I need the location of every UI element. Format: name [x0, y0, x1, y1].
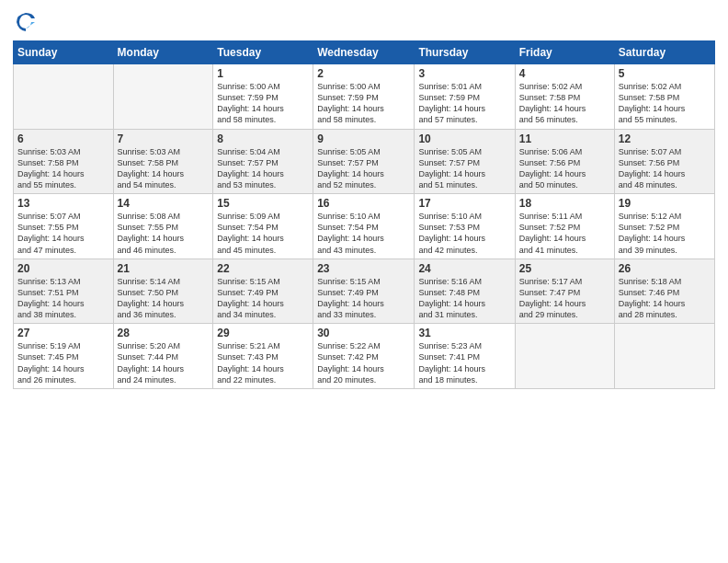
day-info: Sunrise: 5:18 AM Sunset: 7:46 PM Dayligh…: [619, 276, 711, 321]
day-info: Sunrise: 5:00 AM Sunset: 7:59 PM Dayligh…: [317, 81, 410, 126]
day-number: 1: [217, 67, 309, 80]
day-number: 26: [619, 262, 711, 275]
weekday-header-thursday: Thursday: [415, 41, 515, 64]
weekday-header-tuesday: Tuesday: [213, 41, 313, 64]
day-info: Sunrise: 5:03 AM Sunset: 7:58 PM Dayligh…: [17, 146, 109, 191]
day-info: Sunrise: 5:07 AM Sunset: 7:56 PM Dayligh…: [619, 146, 711, 191]
calendar-cell: 5Sunrise: 5:02 AM Sunset: 7:58 PM Daylig…: [614, 64, 714, 130]
calendar-cell: 9Sunrise: 5:05 AM Sunset: 7:57 PM Daylig…: [313, 129, 415, 194]
day-number: 18: [519, 197, 610, 210]
weekday-header-wednesday: Wednesday: [313, 41, 415, 64]
day-number: 13: [17, 197, 109, 210]
weekday-header-sunday: Sunday: [14, 41, 114, 64]
day-info: Sunrise: 5:09 AM Sunset: 7:54 PM Dayligh…: [217, 211, 309, 256]
calendar-cell: 31Sunrise: 5:23 AM Sunset: 7:41 PM Dayli…: [415, 324, 515, 389]
day-number: 28: [118, 327, 210, 339]
calendar-table: SundayMondayTuesdayWednesdayThursdayFrid…: [13, 40, 715, 389]
day-number: 5: [619, 67, 711, 80]
calendar-week-1: 1Sunrise: 5:00 AM Sunset: 7:59 PM Daylig…: [14, 64, 715, 130]
day-number: 15: [217, 197, 309, 210]
day-info: Sunrise: 5:19 AM Sunset: 7:45 PM Dayligh…: [17, 340, 109, 385]
logo-icon: [13, 9, 39, 35]
day-info: Sunrise: 5:10 AM Sunset: 7:53 PM Dayligh…: [418, 211, 510, 256]
day-info: Sunrise: 5:17 AM Sunset: 7:47 PM Dayligh…: [519, 276, 610, 321]
day-info: Sunrise: 5:12 AM Sunset: 7:52 PM Dayligh…: [619, 211, 711, 256]
calendar-week-3: 13Sunrise: 5:07 AM Sunset: 7:55 PM Dayli…: [14, 194, 715, 259]
calendar-cell: 17Sunrise: 5:10 AM Sunset: 7:53 PM Dayli…: [415, 194, 515, 259]
weekday-header-friday: Friday: [515, 41, 614, 64]
calendar-cell: 24Sunrise: 5:16 AM Sunset: 7:48 PM Dayli…: [415, 259, 515, 324]
calendar-week-2: 6Sunrise: 5:03 AM Sunset: 7:58 PM Daylig…: [14, 129, 715, 194]
day-number: 29: [217, 327, 309, 339]
calendar-cell: 8Sunrise: 5:04 AM Sunset: 7:57 PM Daylig…: [213, 129, 313, 194]
day-info: Sunrise: 5:15 AM Sunset: 7:49 PM Dayligh…: [217, 276, 309, 321]
day-info: Sunrise: 5:14 AM Sunset: 7:50 PM Dayligh…: [118, 276, 210, 321]
day-info: Sunrise: 5:06 AM Sunset: 7:56 PM Dayligh…: [519, 146, 610, 191]
day-info: Sunrise: 5:21 AM Sunset: 7:43 PM Dayligh…: [217, 340, 309, 385]
calendar-cell: 10Sunrise: 5:05 AM Sunset: 7:57 PM Dayli…: [415, 129, 515, 194]
day-number: 16: [317, 197, 410, 210]
day-info: Sunrise: 5:05 AM Sunset: 7:57 PM Dayligh…: [418, 146, 510, 191]
calendar-cell: 14Sunrise: 5:08 AM Sunset: 7:55 PM Dayli…: [113, 194, 213, 259]
calendar-cell: 1Sunrise: 5:00 AM Sunset: 7:59 PM Daylig…: [213, 64, 313, 130]
calendar-cell: 2Sunrise: 5:00 AM Sunset: 7:59 PM Daylig…: [313, 64, 415, 130]
calendar-cell: 21Sunrise: 5:14 AM Sunset: 7:50 PM Dayli…: [113, 259, 213, 324]
day-number: 8: [217, 132, 309, 145]
calendar-cell: 18Sunrise: 5:11 AM Sunset: 7:52 PM Dayli…: [515, 194, 614, 259]
calendar-cell: 11Sunrise: 5:06 AM Sunset: 7:56 PM Dayli…: [515, 129, 614, 194]
calendar-cell: 23Sunrise: 5:15 AM Sunset: 7:49 PM Dayli…: [313, 259, 415, 324]
day-number: 27: [17, 327, 109, 339]
calendar-cell: 20Sunrise: 5:13 AM Sunset: 7:51 PM Dayli…: [14, 259, 114, 324]
calendar-cell: 25Sunrise: 5:17 AM Sunset: 7:47 PM Dayli…: [515, 259, 614, 324]
day-number: 2: [317, 67, 410, 80]
calendar-cell: 7Sunrise: 5:03 AM Sunset: 7:58 PM Daylig…: [113, 129, 213, 194]
day-info: Sunrise: 5:16 AM Sunset: 7:48 PM Dayligh…: [418, 276, 510, 321]
day-number: 3: [418, 67, 510, 80]
calendar-week-4: 20Sunrise: 5:13 AM Sunset: 7:51 PM Dayli…: [14, 259, 715, 324]
day-info: Sunrise: 5:15 AM Sunset: 7:49 PM Dayligh…: [317, 276, 410, 321]
day-number: 22: [217, 262, 309, 275]
calendar-cell: 6Sunrise: 5:03 AM Sunset: 7:58 PM Daylig…: [14, 129, 114, 194]
day-info: Sunrise: 5:13 AM Sunset: 7:51 PM Dayligh…: [17, 276, 109, 321]
calendar-cell: [515, 324, 614, 389]
calendar-cell: 30Sunrise: 5:22 AM Sunset: 7:42 PM Dayli…: [313, 324, 415, 389]
day-number: 4: [519, 67, 610, 80]
calendar-week-5: 27Sunrise: 5:19 AM Sunset: 7:45 PM Dayli…: [14, 324, 715, 389]
day-info: Sunrise: 5:07 AM Sunset: 7:55 PM Dayligh…: [17, 211, 109, 256]
day-info: Sunrise: 5:11 AM Sunset: 7:52 PM Dayligh…: [519, 211, 610, 256]
calendar-cell: 16Sunrise: 5:10 AM Sunset: 7:54 PM Dayli…: [313, 194, 415, 259]
weekday-header-monday: Monday: [113, 41, 213, 64]
calendar-cell: 4Sunrise: 5:02 AM Sunset: 7:58 PM Daylig…: [515, 64, 614, 130]
calendar-cell: 12Sunrise: 5:07 AM Sunset: 7:56 PM Dayli…: [614, 129, 714, 194]
day-info: Sunrise: 5:08 AM Sunset: 7:55 PM Dayligh…: [118, 211, 210, 256]
day-info: Sunrise: 5:01 AM Sunset: 7:59 PM Dayligh…: [418, 81, 510, 126]
calendar-cell: 19Sunrise: 5:12 AM Sunset: 7:52 PM Dayli…: [614, 194, 714, 259]
day-info: Sunrise: 5:23 AM Sunset: 7:41 PM Dayligh…: [418, 340, 510, 385]
day-number: 20: [17, 262, 109, 275]
calendar-cell: 29Sunrise: 5:21 AM Sunset: 7:43 PM Dayli…: [213, 324, 313, 389]
day-number: 21: [118, 262, 210, 275]
calendar-header-row: SundayMondayTuesdayWednesdayThursdayFrid…: [14, 41, 715, 64]
day-number: 12: [619, 132, 711, 145]
day-number: 30: [317, 327, 410, 339]
calendar-cell: [113, 64, 213, 130]
day-info: Sunrise: 5:04 AM Sunset: 7:57 PM Dayligh…: [217, 146, 309, 191]
day-number: 24: [418, 262, 510, 275]
day-number: 17: [418, 197, 510, 210]
day-number: 23: [317, 262, 410, 275]
calendar-cell: 28Sunrise: 5:20 AM Sunset: 7:44 PM Dayli…: [113, 324, 213, 389]
calendar-cell: [614, 324, 714, 389]
weekday-header-saturday: Saturday: [614, 41, 714, 64]
day-number: 25: [519, 262, 610, 275]
day-number: 14: [118, 197, 210, 210]
logo: [13, 9, 42, 35]
day-number: 19: [619, 197, 711, 210]
day-info: Sunrise: 5:02 AM Sunset: 7:58 PM Dayligh…: [519, 81, 610, 126]
calendar-cell: [14, 64, 114, 130]
day-number: 31: [418, 327, 510, 339]
day-info: Sunrise: 5:02 AM Sunset: 7:58 PM Dayligh…: [619, 81, 711, 126]
day-info: Sunrise: 5:22 AM Sunset: 7:42 PM Dayligh…: [317, 340, 410, 385]
day-number: 10: [418, 132, 510, 145]
day-number: 6: [17, 132, 109, 145]
calendar-cell: 15Sunrise: 5:09 AM Sunset: 7:54 PM Dayli…: [213, 194, 313, 259]
